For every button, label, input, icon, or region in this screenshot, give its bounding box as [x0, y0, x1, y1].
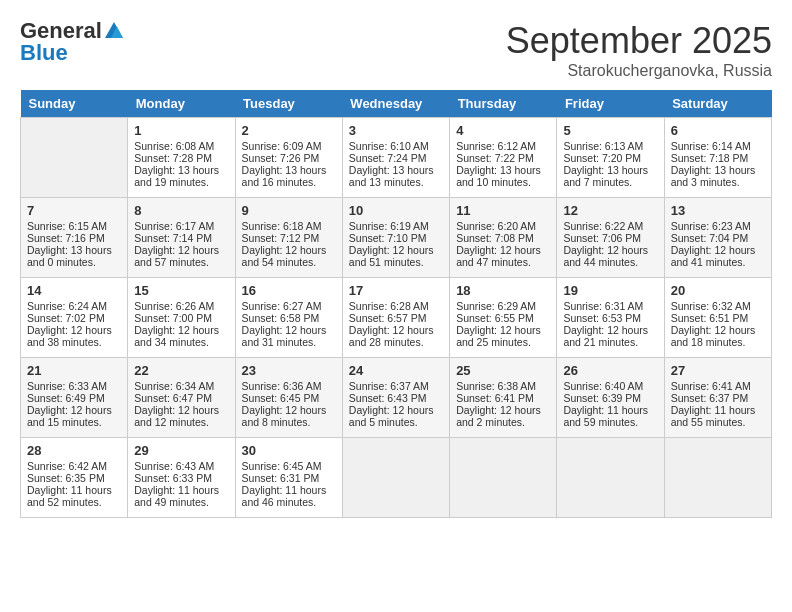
- calendar-cell: 27Sunrise: 6:41 AMSunset: 6:37 PMDayligh…: [664, 358, 771, 438]
- day-number: 11: [456, 203, 550, 218]
- calendar-week-4: 21Sunrise: 6:33 AMSunset: 6:49 PMDayligh…: [21, 358, 772, 438]
- day-info-line: Daylight: 13 hours: [349, 164, 443, 176]
- day-info-line: Daylight: 12 hours: [134, 404, 228, 416]
- calendar-cell: 22Sunrise: 6:34 AMSunset: 6:47 PMDayligh…: [128, 358, 235, 438]
- day-info-line: Sunrise: 6:14 AM: [671, 140, 765, 152]
- day-info-line: Sunset: 6:33 PM: [134, 472, 228, 484]
- month-title: September 2025: [506, 20, 772, 62]
- day-header-monday: Monday: [128, 90, 235, 118]
- day-info-line: Daylight: 11 hours: [27, 484, 121, 496]
- day-info-line: Sunset: 7:22 PM: [456, 152, 550, 164]
- day-info-line: Daylight: 12 hours: [671, 324, 765, 336]
- day-number: 12: [563, 203, 657, 218]
- day-info-line: Sunrise: 6:28 AM: [349, 300, 443, 312]
- day-info-line: Sunset: 6:51 PM: [671, 312, 765, 324]
- day-info-line: Sunrise: 6:42 AM: [27, 460, 121, 472]
- day-info-line: and 13 minutes.: [349, 176, 443, 188]
- calendar-cell: 11Sunrise: 6:20 AMSunset: 7:08 PMDayligh…: [450, 198, 557, 278]
- calendar-cell: 7Sunrise: 6:15 AMSunset: 7:16 PMDaylight…: [21, 198, 128, 278]
- calendar-cell: 1Sunrise: 6:08 AMSunset: 7:28 PMDaylight…: [128, 118, 235, 198]
- day-info-line: Sunset: 7:12 PM: [242, 232, 336, 244]
- day-info-line: and 31 minutes.: [242, 336, 336, 348]
- day-info-line: Sunset: 7:16 PM: [27, 232, 121, 244]
- day-info-line: Sunrise: 6:37 AM: [349, 380, 443, 392]
- day-number: 6: [671, 123, 765, 138]
- day-info-line: Daylight: 11 hours: [563, 404, 657, 416]
- day-header-wednesday: Wednesday: [342, 90, 449, 118]
- day-info-line: and 44 minutes.: [563, 256, 657, 268]
- day-number: 7: [27, 203, 121, 218]
- day-info-line: and 15 minutes.: [27, 416, 121, 428]
- day-number: 28: [27, 443, 121, 458]
- day-info-line: and 41 minutes.: [671, 256, 765, 268]
- calendar-cell: 25Sunrise: 6:38 AMSunset: 6:41 PMDayligh…: [450, 358, 557, 438]
- logo-blue-text: Blue: [20, 42, 68, 64]
- calendar-cell: 29Sunrise: 6:43 AMSunset: 6:33 PMDayligh…: [128, 438, 235, 518]
- day-info-line: and 0 minutes.: [27, 256, 121, 268]
- day-info-line: Sunrise: 6:43 AM: [134, 460, 228, 472]
- day-info-line: Sunrise: 6:27 AM: [242, 300, 336, 312]
- calendar-cell: [450, 438, 557, 518]
- day-info-line: Sunset: 7:02 PM: [27, 312, 121, 324]
- day-info-line: Daylight: 12 hours: [134, 324, 228, 336]
- calendar-cell: 16Sunrise: 6:27 AMSunset: 6:58 PMDayligh…: [235, 278, 342, 358]
- day-info-line: and 51 minutes.: [349, 256, 443, 268]
- logo: General Blue: [20, 20, 125, 64]
- day-info-line: Sunrise: 6:20 AM: [456, 220, 550, 232]
- day-number: 17: [349, 283, 443, 298]
- calendar-cell: [21, 118, 128, 198]
- calendar-cell: [342, 438, 449, 518]
- day-number: 13: [671, 203, 765, 218]
- day-info-line: Sunset: 6:47 PM: [134, 392, 228, 404]
- day-info-line: Daylight: 12 hours: [27, 324, 121, 336]
- day-info-line: Daylight: 12 hours: [134, 244, 228, 256]
- day-info-line: Sunrise: 6:19 AM: [349, 220, 443, 232]
- day-info-line: Sunset: 6:57 PM: [349, 312, 443, 324]
- calendar-cell: 23Sunrise: 6:36 AMSunset: 6:45 PMDayligh…: [235, 358, 342, 438]
- calendar-cell: 6Sunrise: 6:14 AMSunset: 7:18 PMDaylight…: [664, 118, 771, 198]
- day-info-line: Sunset: 6:49 PM: [27, 392, 121, 404]
- day-info-line: Sunset: 6:53 PM: [563, 312, 657, 324]
- day-number: 1: [134, 123, 228, 138]
- calendar-cell: [557, 438, 664, 518]
- day-number: 21: [27, 363, 121, 378]
- logo-icon: [103, 20, 125, 42]
- day-info-line: Sunset: 6:55 PM: [456, 312, 550, 324]
- day-number: 30: [242, 443, 336, 458]
- day-number: 2: [242, 123, 336, 138]
- day-info-line: Daylight: 12 hours: [27, 404, 121, 416]
- day-info-line: and 5 minutes.: [349, 416, 443, 428]
- day-info-line: Daylight: 12 hours: [349, 244, 443, 256]
- day-info-line: and 34 minutes.: [134, 336, 228, 348]
- day-info-line: Sunset: 7:20 PM: [563, 152, 657, 164]
- day-header-tuesday: Tuesday: [235, 90, 342, 118]
- page-header: General Blue September 2025 Starokucherg…: [20, 20, 772, 80]
- day-number: 20: [671, 283, 765, 298]
- calendar-cell: 20Sunrise: 6:32 AMSunset: 6:51 PMDayligh…: [664, 278, 771, 358]
- day-info-line: Sunrise: 6:38 AM: [456, 380, 550, 392]
- calendar-header-row: SundayMondayTuesdayWednesdayThursdayFrid…: [21, 90, 772, 118]
- day-info-line: and 55 minutes.: [671, 416, 765, 428]
- day-info-line: Sunrise: 6:15 AM: [27, 220, 121, 232]
- calendar-week-3: 14Sunrise: 6:24 AMSunset: 7:02 PMDayligh…: [21, 278, 772, 358]
- day-info-line: Daylight: 13 hours: [671, 164, 765, 176]
- day-info-line: Sunset: 7:24 PM: [349, 152, 443, 164]
- day-info-line: Daylight: 13 hours: [242, 164, 336, 176]
- logo-general-text: General: [20, 20, 102, 42]
- calendar-cell: 13Sunrise: 6:23 AMSunset: 7:04 PMDayligh…: [664, 198, 771, 278]
- calendar-cell: 5Sunrise: 6:13 AMSunset: 7:20 PMDaylight…: [557, 118, 664, 198]
- day-number: 19: [563, 283, 657, 298]
- day-info-line: and 8 minutes.: [242, 416, 336, 428]
- day-number: 23: [242, 363, 336, 378]
- day-info-line: Daylight: 13 hours: [456, 164, 550, 176]
- day-info-line: Daylight: 12 hours: [242, 404, 336, 416]
- day-info-line: and 57 minutes.: [134, 256, 228, 268]
- day-info-line: and 12 minutes.: [134, 416, 228, 428]
- day-info-line: Sunset: 7:18 PM: [671, 152, 765, 164]
- day-info-line: Sunset: 6:37 PM: [671, 392, 765, 404]
- day-header-sunday: Sunday: [21, 90, 128, 118]
- day-number: 10: [349, 203, 443, 218]
- day-info-line: Daylight: 12 hours: [456, 404, 550, 416]
- day-info-line: Daylight: 11 hours: [671, 404, 765, 416]
- calendar-table: SundayMondayTuesdayWednesdayThursdayFrid…: [20, 90, 772, 518]
